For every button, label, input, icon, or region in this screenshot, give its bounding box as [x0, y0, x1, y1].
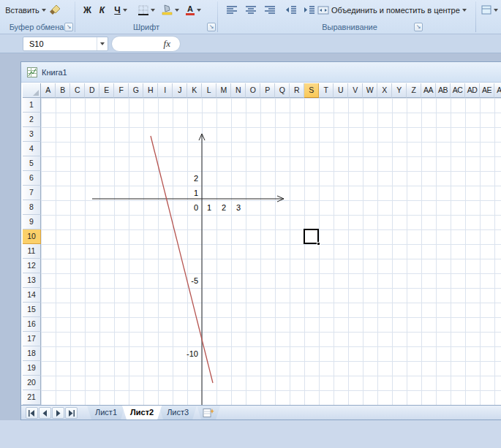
cell-K7[interactable]: 1: [173, 186, 202, 200]
column-header-AA[interactable]: AA: [421, 83, 436, 98]
column-header-T[interactable]: T: [319, 83, 334, 98]
cell-L8[interactable]: 1: [202, 200, 216, 215]
row-header-10[interactable]: 10: [23, 229, 41, 244]
decrease-indent-button[interactable]: [282, 1, 300, 18]
column-header-R[interactable]: R: [290, 83, 304, 98]
column-header-C[interactable]: C: [70, 83, 85, 98]
fill-color-button[interactable]: [159, 1, 181, 18]
column-header-E[interactable]: E: [99, 83, 114, 98]
column-header-Y[interactable]: Y: [392, 83, 407, 98]
column-header-B[interactable]: B: [56, 83, 70, 98]
align-center-button[interactable]: [242, 1, 260, 18]
column-header-F[interactable]: F: [114, 83, 129, 98]
underline-button[interactable]: Ч: [110, 1, 132, 18]
row-header-4[interactable]: 4: [23, 142, 41, 156]
borders-button[interactable]: [136, 1, 157, 18]
column-header-I[interactable]: I: [158, 83, 173, 98]
sheet-tab-Лист2[interactable]: Лист2: [122, 406, 162, 419]
column-header-AC[interactable]: AC: [451, 83, 465, 98]
align-right-button[interactable]: [261, 1, 279, 18]
row-header-3[interactable]: 3: [23, 127, 41, 142]
cell-N8[interactable]: 3: [231, 200, 246, 215]
align-left-button[interactable]: [223, 1, 241, 18]
chevron-down-icon: [462, 9, 467, 12]
column-header-S[interactable]: S: [304, 83, 319, 98]
row-header-1[interactable]: 1: [23, 98, 41, 113]
row-header-21[interactable]: 21: [23, 390, 41, 405]
cell-M8[interactable]: 2: [216, 200, 231, 215]
column-header-AB[interactable]: AB: [436, 83, 451, 98]
column-header-U[interactable]: U: [334, 83, 348, 98]
paste-button[interactable]: Вставить: [4, 1, 47, 18]
cell-K8[interactable]: 0: [173, 200, 202, 215]
sheet-tab-Лист3[interactable]: Лист3: [159, 406, 197, 419]
column-header-W[interactable]: W: [363, 83, 377, 98]
bold-button[interactable]: Ж: [80, 1, 94, 18]
column-header-J[interactable]: J: [173, 83, 187, 98]
column-header-AF[interactable]: AF: [494, 83, 501, 98]
font-color-letter: А: [187, 5, 193, 12]
insert-sheet-button[interactable]: [197, 406, 220, 419]
name-box[interactable]: S10: [23, 37, 108, 51]
number-format-button[interactable]: [479, 1, 500, 18]
row-header-8[interactable]: 8: [23, 200, 41, 215]
row-header-7[interactable]: 7: [23, 186, 41, 200]
window-background: [0, 420, 501, 448]
column-header-L[interactable]: L: [202, 83, 216, 98]
clipboard-dialog-launcher[interactable]: ↘: [64, 23, 73, 31]
row-header-5[interactable]: 5: [23, 156, 41, 171]
selection-box[interactable]: [304, 229, 319, 244]
row-header-17[interactable]: 17: [23, 332, 41, 346]
column-header-AE[interactable]: AE: [480, 83, 494, 98]
column-header-AD[interactable]: AD: [465, 83, 480, 98]
row-header-18[interactable]: 18: [23, 346, 41, 361]
row-header-12[interactable]: 12: [23, 259, 41, 273]
format-painter-button[interactable]: [47, 1, 63, 18]
column-header-N[interactable]: N: [231, 83, 246, 98]
sheet-tab-Лист1[interactable]: Лист1: [87, 406, 125, 419]
row-header-16[interactable]: 16: [23, 317, 41, 332]
font-color-button[interactable]: А: [183, 1, 204, 18]
previous-sheet-button[interactable]: [39, 407, 51, 419]
column-header-P[interactable]: P: [260, 83, 275, 98]
row-header-11[interactable]: 11: [23, 244, 41, 259]
row-header-20[interactable]: 20: [23, 376, 41, 390]
column-header-Z[interactable]: Z: [407, 83, 421, 98]
row-header-6[interactable]: 6: [23, 171, 41, 186]
column-header-X[interactable]: X: [377, 83, 392, 98]
insert-function-button[interactable]: fx: [164, 38, 170, 50]
align-right-icon: [264, 5, 276, 15]
fill-handle[interactable]: [317, 242, 320, 246]
column-header-H[interactable]: H: [143, 83, 158, 98]
column-header-V[interactable]: V: [348, 83, 363, 98]
row-header-14[interactable]: 14: [23, 288, 41, 303]
next-sheet-button[interactable]: [52, 407, 64, 419]
cell-K13[interactable]: -5: [173, 273, 202, 288]
bold-label: Ж: [83, 5, 91, 15]
select-all-corner[interactable]: [23, 83, 41, 98]
column-header-K[interactable]: K: [187, 83, 202, 98]
alignment-group-label: Выравнивание: [219, 23, 480, 33]
column-header-G[interactable]: G: [129, 83, 143, 98]
row-header-13[interactable]: 13: [23, 273, 41, 288]
row-header-19[interactable]: 19: [23, 361, 41, 376]
row-header-9[interactable]: 9: [23, 215, 41, 229]
cell-K18[interactable]: -10: [173, 346, 202, 361]
font-dialog-launcher[interactable]: ↘: [207, 23, 216, 31]
name-box-dropdown[interactable]: [97, 37, 108, 50]
column-header-Q[interactable]: Q: [275, 83, 290, 98]
cell-K6[interactable]: 2: [173, 171, 202, 186]
column-header-M[interactable]: M: [216, 83, 231, 98]
row-header-2[interactable]: 2: [23, 113, 41, 127]
alignment-dialog-launcher[interactable]: ↘: [414, 23, 423, 31]
row-header-15[interactable]: 15: [23, 303, 41, 317]
merge-center-button[interactable]: Объединить и поместить в центре: [316, 1, 471, 18]
column-header-D[interactable]: D: [85, 83, 99, 98]
column-header-O[interactable]: O: [246, 83, 260, 98]
clipboard-group-label: Буфер обмена: [0, 23, 73, 33]
italic-button[interactable]: К: [95, 1, 109, 18]
grid[interactable]: 210123-5-10: [41, 98, 501, 405]
last-sheet-button[interactable]: [65, 407, 78, 419]
column-header-A[interactable]: A: [41, 83, 56, 98]
first-sheet-button[interactable]: [26, 407, 38, 419]
